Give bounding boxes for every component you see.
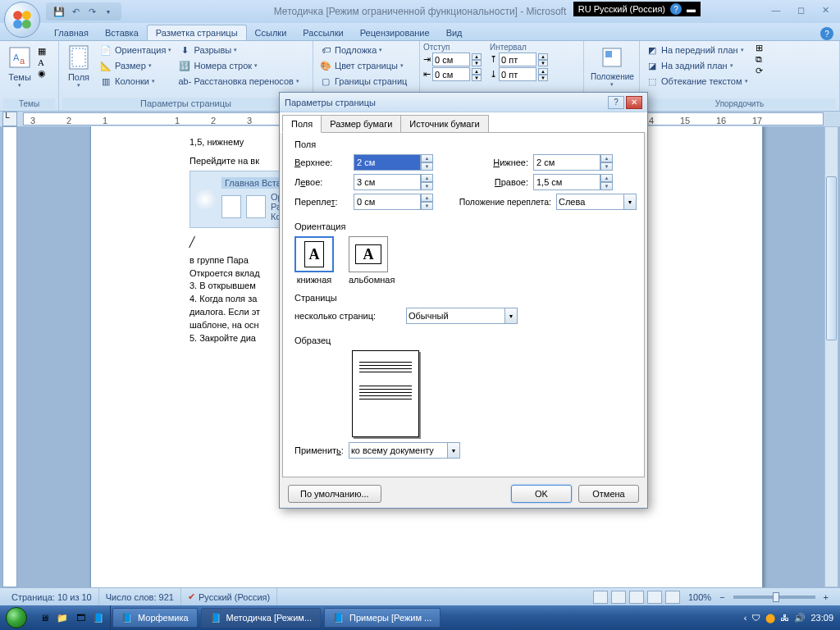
status-language[interactable]: ✔Русский (Россия) [181,588,277,605]
columns-button[interactable]: ▥Колонки ▾ [97,74,174,89]
align-icon[interactable]: ⊞ [756,43,763,53]
taskbar-app-3[interactable]: 📘Примеры [Режим ... [324,608,441,628]
themes-icon: Aa [7,44,33,71]
close-button[interactable]: ✕ [815,3,835,16]
themes-button[interactable]: Aa Темы▾ [3,43,36,90]
office-button[interactable] [4,2,40,38]
vertical-scrollbar[interactable] [824,126,838,587]
left-margin-input[interactable]: ▲▼ [354,174,433,190]
bring-front-button[interactable]: ◩На передний план ▾ [643,43,751,57]
tray-icon[interactable]: 🖧 [780,613,789,623]
svg-text:A: A [13,52,20,62]
gutter-pos-select[interactable]: Слева▼ [556,194,637,210]
ok-button[interactable]: OK [511,485,572,503]
ribbon-help-icon[interactable]: ? [820,27,833,40]
gutter-input[interactable]: ▲▼ [354,194,433,210]
indent-heading: Отступ [423,43,482,52]
scrollbar-thumb[interactable] [826,176,837,340]
tab-view[interactable]: Вид [438,25,471,40]
tray-volume-icon[interactable]: 🔊 [794,613,806,623]
right-margin-input[interactable]: ▲▼ [533,174,613,190]
default-button[interactable]: По умолчанию... [288,485,381,503]
tray-icon[interactable]: 🛡 [751,613,760,623]
ql-app-icon[interactable]: 📘 [90,609,107,626]
view-web[interactable] [629,591,644,604]
view-print-layout[interactable] [593,591,608,604]
status-page[interactable]: Страница: 10 из 10 [5,588,99,605]
breaks-button[interactable]: ⬇Разрывы ▾ [176,43,301,57]
page-borders-button[interactable]: ▢Границы страниц [317,74,409,89]
spacing-before-icon: ⤒ [490,54,497,65]
zoom-out[interactable]: − [719,592,724,602]
view-full-screen[interactable] [611,591,626,604]
spacing-before-input[interactable]: ⤒▲▼ [490,52,548,66]
apply-to-select[interactable]: ко всему документу▼ [349,442,460,459]
text-wrap-button[interactable]: ⬚Обтекание текстом ▾ [643,74,751,89]
qat-more-icon[interactable]: ▼ [102,5,115,18]
size-button[interactable]: 📐Размер ▾ [97,58,174,73]
view-outline[interactable] [647,591,662,604]
status-words[interactable]: Число слов: 921 [99,588,181,605]
spacing-after-input[interactable]: ⤓▲▼ [490,67,548,81]
tab-page-layout[interactable]: Разметка страницы [147,25,247,40]
quick-access-toolbar: 💾 ↶ ↷ ▼ [46,2,121,21]
ql-switch-icon[interactable]: 🗔 [72,609,89,626]
cancel-button[interactable]: Отмена [578,485,639,503]
tray-expand-icon[interactable]: ‹ [744,613,747,623]
watermark-icon: 🏷 [319,43,332,57]
line-numbers-button[interactable]: 🔢Номера строк ▾ [176,58,301,73]
position-button[interactable]: Положение▾ [587,43,637,89]
undo-icon[interactable]: ↶ [69,5,82,18]
watermark-button[interactable]: 🏷Подложка ▾ [317,43,409,57]
apply-to-label: Применить: [294,445,344,455]
tray-clock[interactable]: 23:09 [810,613,833,623]
help-icon[interactable]: ? [670,3,682,15]
redo-icon[interactable]: ↷ [85,5,98,18]
tab-home[interactable]: Главная [46,25,97,40]
dialog-help-button[interactable]: ? [608,96,624,109]
view-draft[interactable] [665,591,680,604]
dialog-title-bar[interactable]: Параметры страницы ? ✕ [280,93,647,112]
save-icon[interactable]: 💾 [52,5,66,18]
vertical-ruler[interactable] [2,126,17,587]
bottom-margin-input[interactable]: ▲▼ [533,154,613,171]
lang-close-icon[interactable]: ▬ [687,4,696,14]
taskbar-app-1[interactable]: 📘Морфемика [112,608,198,628]
taskbar-app-2[interactable]: 📘Методичка [Режим... [201,608,322,628]
tab-mailings[interactable]: Рассылки [294,25,351,40]
theme-fonts-icon[interactable]: A [38,57,46,67]
tab-review[interactable]: Рецензирование [352,25,438,40]
dialog-tab-paper[interactable]: Размер бумаги [321,115,401,133]
rotate-icon[interactable]: ⟳ [756,66,763,76]
zoom-slider[interactable] [733,596,815,599]
language-indicator[interactable]: RU Русский (Россия) ? ▬ [573,2,701,16]
top-margin-input[interactable]: ▲▼ [354,154,433,171]
dialog-tab-fields[interactable]: Поля [282,115,322,133]
minimize-button[interactable]: ― [766,3,786,16]
margins-button[interactable]: Поля▾ [62,43,95,90]
dialog-tab-source[interactable]: Источник бумаги [400,115,488,133]
ql-explorer-icon[interactable]: 📁 [54,609,71,626]
ruler-corner[interactable]: └ [2,112,17,126]
ql-desktop-icon[interactable]: 🖥 [36,609,52,626]
orientation-landscape[interactable]: A альбомная [349,236,395,285]
indent-left-input[interactable]: ⇥▲▼ [423,52,482,66]
tray-icon[interactable]: ⬤ [765,613,775,623]
hyphenation-button[interactable]: ab‐Расстановка переносов ▾ [176,74,301,89]
group-icon[interactable]: ⧉ [756,54,763,65]
maximize-button[interactable]: ◻ [791,3,810,16]
tab-references[interactable]: Ссылки [247,25,295,40]
theme-effects-icon[interactable]: ◉ [38,68,46,79]
send-back-button[interactable]: ◪На задний план ▾ [643,58,751,73]
theme-colors-icon[interactable]: ▦ [38,46,46,57]
orientation-button[interactable]: 📄Ориентация ▾ [97,43,174,57]
zoom-in[interactable]: + [824,592,829,602]
orientation-portrait[interactable]: A книжная [294,236,334,285]
dialog-close-button[interactable]: ✕ [626,96,642,109]
zoom-value[interactable]: 100% [688,592,711,602]
tab-insert[interactable]: Вставка [97,25,147,40]
indent-right-input[interactable]: ⇤▲▼ [423,67,482,81]
start-button[interactable] [0,605,33,630]
multi-pages-select[interactable]: Обычный▼ [406,308,518,324]
page-color-button[interactable]: 🎨Цвет страницы ▾ [317,58,409,73]
